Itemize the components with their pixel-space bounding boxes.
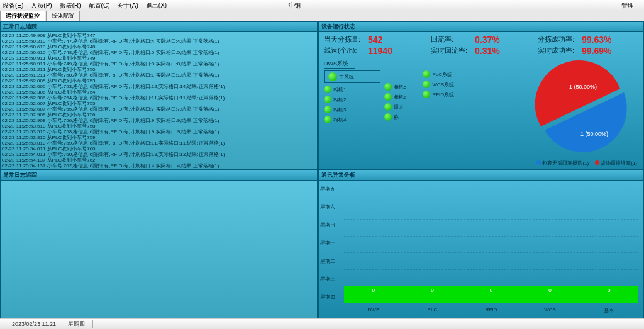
status-body: 当天分拣量:542 线速(个/h):11940 回流率:0.37% 实时回流率:… xyxy=(319,32,643,169)
stat-label: 分拣成功率: xyxy=(538,35,582,45)
tab-line-config[interactable]: 线体配置 xyxy=(46,11,80,21)
log-line: 02-23 11:25:49.909 从PLC收到小车号747 xyxy=(2,33,316,38)
legend-swatch-icon xyxy=(536,160,541,165)
menubar: 设备(E) 人员(P) 报表(R) 配置(C) 关于(A) 退出(X) 注销 管… xyxy=(0,0,644,11)
log-line: 02-23 11:25:52.607 从PLC收到小车号755 xyxy=(2,101,316,106)
bar: 0 xyxy=(462,286,521,303)
x-label: DWS xyxy=(344,307,403,314)
dws-label: DWS系统 xyxy=(324,60,355,69)
led-icon xyxy=(423,91,430,98)
led-icon xyxy=(423,81,430,88)
panel-title: 设备运行状态 xyxy=(319,22,643,32)
svg-text:1 (50.00%): 1 (50.00%) xyxy=(580,131,608,137)
stat-label: 线速(个/h): xyxy=(324,46,368,56)
status-datetime: 2023/02/23 11:21 xyxy=(12,321,56,327)
log-line: 02-23 11:25:52.005 小车号:753,格信息,6面扫:有,RFI… xyxy=(2,84,316,89)
menu-item[interactable]: 人员(P) xyxy=(31,1,52,10)
y-label: 星期二 xyxy=(320,258,335,267)
menu-item[interactable]: 退出(X) xyxy=(146,1,167,10)
light: 相机4 xyxy=(324,116,380,123)
statusbar: 2023/02/23 11:21 星期四 xyxy=(0,318,644,329)
comm-anomaly-panel: 通讯异常分析 星期五星期六星期日星期一星期二星期三星期四 00000 DWSPL… xyxy=(318,170,644,318)
led-icon xyxy=(324,96,331,103)
log-line: 02-23 11:25:54.137 小车号:762,格信息,6面扫:有,RFI… xyxy=(2,163,316,169)
log-line: 02-23 11:25:54.137 从PLC收到小车号762 xyxy=(2,157,316,163)
menu-logout[interactable]: 注销 xyxy=(288,1,614,10)
stat-value: 0.37% xyxy=(475,35,513,45)
tabbar: 运行状况监控 线体配置 xyxy=(0,11,644,21)
pie-chart: 1 (50.00%) 1 (50.00%) xyxy=(524,57,637,158)
log-line: 02-23 11:25:53.510 小车号:758,格信息,6面扫:有,RFI… xyxy=(2,129,316,135)
log-line: 02-23 11:25:52.607 小车号:755,格信息,6面扫:有,RFI… xyxy=(2,106,316,112)
error-log-body[interactable] xyxy=(1,181,317,318)
anomaly-chart: 星期五星期六星期日星期一星期二星期三星期四 00000 DWSPLCRFIDWC… xyxy=(319,181,643,318)
y-label: 星期六 xyxy=(320,204,335,213)
led-icon xyxy=(384,113,392,121)
log-line: 02-23 11:25:50.610 小车号:748,格信息,6面扫:有,RFI… xyxy=(2,50,316,55)
led-icon xyxy=(384,83,392,91)
y-label: 星期一 xyxy=(320,240,335,248)
y-label: 星期五 xyxy=(320,186,335,194)
panel-title: 正常日志追踪 xyxy=(1,22,317,32)
log-line: 02-23 11:25:53.510 从PLC收到小车号758 xyxy=(2,123,316,129)
led-icon xyxy=(423,70,430,78)
x-label: WCS xyxy=(521,307,580,314)
x-label: 基本 xyxy=(579,307,638,314)
device-status-panel: 设备运行状态 当天分拣量:542 线速(个/h):11940 回流率:0.37%… xyxy=(318,21,644,170)
y-label: 星期日 xyxy=(320,221,335,230)
light: RFID系统 xyxy=(423,91,454,98)
log-line: 02-23 11:25:52.005 从PLC收到小车号753 xyxy=(2,78,316,84)
bar: 0 xyxy=(579,286,638,303)
log-line: 02-23 11:25:50.911 从PLC收到小车号749 xyxy=(2,55,316,61)
stat-label: 回流率: xyxy=(431,35,475,45)
log-body[interactable]: 02-23 11:25:49.909 从PLC收到小车号74702-23 11:… xyxy=(1,32,317,169)
menu-item[interactable]: 配置(C) xyxy=(89,1,110,10)
log-line: 02-23 11:25:55.340 从PLC收到小车号763 xyxy=(2,169,316,169)
log-line: 02-23 11:25:54.011 从PLC收到小车号760 xyxy=(2,146,316,152)
light: 相机2 xyxy=(324,96,380,103)
y-label: 星期三 xyxy=(320,276,335,284)
stat-value: 542 xyxy=(368,35,406,45)
log-line: 02-23 11:25:50.210 小车号:747,格信息,6面扫:有,RFI… xyxy=(2,38,316,44)
bar: 0 xyxy=(403,286,462,303)
normal-log-panel: 正常日志追踪 02-23 11:25:49.909 从PLC收到小车号74702… xyxy=(0,21,318,170)
light-main: 主系统 xyxy=(324,70,380,83)
panel-title: 通讯异常分析 xyxy=(319,170,643,181)
error-log-panel: 异常日志追踪 xyxy=(0,170,318,318)
svg-text:1 (50.00%): 1 (50.00%) xyxy=(569,84,597,90)
tab-monitor[interactable]: 运行状况监控 xyxy=(0,11,45,21)
light: 相机5 xyxy=(384,83,406,91)
log-line: 02-23 11:25:52.908 从PLC收到小车号756 xyxy=(2,112,316,118)
led-icon xyxy=(324,106,331,113)
led-icon xyxy=(384,103,392,111)
light: 重方 xyxy=(384,103,406,111)
led-icon xyxy=(324,86,331,93)
pie-legend: 包裹无后回溯报送(1) 货物重投堆塞(1) xyxy=(536,160,637,167)
led-icon xyxy=(384,93,392,101)
led-icon xyxy=(324,116,331,123)
log-line: 02-23 11:25:51.211 小车号:750,格信息,6面扫:有,RFI… xyxy=(2,72,316,78)
y-label: 星期四 xyxy=(320,294,335,303)
log-line: 02-23 11:25:50.911 小车号:749,格信息,6面扫:有,RFI… xyxy=(2,61,316,67)
log-line: 02-23 11:25:52.306 小车号:754,格信息,6面扫:有,RFI… xyxy=(2,95,316,101)
legend-swatch-icon xyxy=(595,160,599,165)
menu-item[interactable]: 报表(R) xyxy=(60,1,81,10)
led-icon xyxy=(328,72,337,81)
menu-item[interactable]: 设备(E) xyxy=(3,1,23,10)
x-label: RFID xyxy=(462,307,521,314)
stat-label: 当天分拣量: xyxy=(324,35,368,45)
log-line: 02-23 11:25:52.908 小车号:756,格信息,6面扫:有,RFI… xyxy=(2,118,316,123)
log-line: 02-23 11:25:54.011 小车号:760,格信息,6面扫:有,RFI… xyxy=(2,152,316,157)
stat-value: 11940 xyxy=(368,46,406,56)
menu-item[interactable]: 关于(A) xyxy=(117,1,138,10)
log-line: 02-23 11:25:52.306 从PLC收到小车号754 xyxy=(2,89,316,95)
light: WCS系统 xyxy=(423,81,454,88)
panel-title: 异常日志追踪 xyxy=(1,170,317,181)
log-line: 02-23 11:25:53.810 小车号:759,格信息,6面扫:有,RFI… xyxy=(2,140,316,146)
log-line: 02-23 11:25:50.610 从PLC收到小车号748 xyxy=(2,44,316,50)
log-line: 02-23 11:25:53.810 从PLC收到小车号759 xyxy=(2,135,316,140)
stat-value: 99.63% xyxy=(582,35,619,45)
stat-label: 实时成功率: xyxy=(538,46,582,56)
stat-value: 0.31% xyxy=(475,46,513,56)
menu-manage[interactable]: 管理 xyxy=(621,1,634,10)
